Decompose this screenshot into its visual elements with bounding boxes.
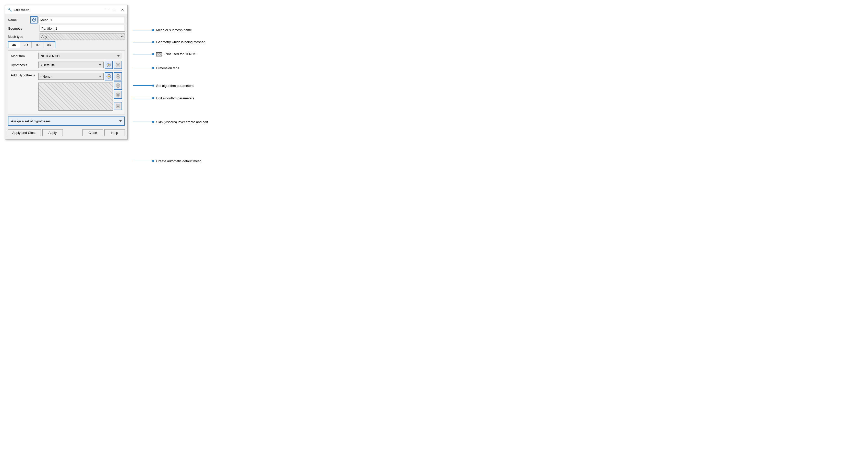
annotation-line-6	[133, 98, 153, 98]
create-hypothesis-icon	[106, 62, 111, 67]
annotation-text-1: Mesh or submesh name	[156, 28, 192, 32]
tab-0d[interactable]: 0D	[43, 42, 55, 48]
algorithm-dropdown[interactable]: NETGEN 3D	[38, 53, 122, 59]
tab-2d[interactable]: 2D	[20, 42, 32, 48]
divider-1	[11, 70, 122, 71]
annotation-dot-5	[152, 85, 154, 87]
name-field-group	[30, 16, 125, 24]
annotation-dot-4	[152, 67, 154, 69]
annotation-geometry: Geometry which is being meshed	[133, 40, 863, 44]
hypothesis-label: Hypothesis	[11, 63, 36, 67]
geometry-label: Geometry	[8, 27, 28, 30]
annotation-line-7	[133, 122, 153, 122]
svg-point-8	[108, 76, 110, 77]
geometry-input[interactable]	[39, 25, 125, 32]
algorithm-arrow-icon	[117, 55, 120, 57]
apply-button[interactable]: Apply	[42, 129, 63, 136]
svg-point-0	[33, 20, 34, 21]
page-container: 🔧 Edit mesh — □ ✕ Name	[5, 5, 863, 168]
add-hypothesis-dropdown[interactable]: <None>	[38, 73, 104, 80]
annotation-text-7: Skin (viscous) layer create and edit	[156, 120, 208, 124]
mesh-type-field-group: Any	[30, 33, 125, 40]
edit-hypothesis-icon	[115, 62, 121, 67]
annotation-auto-mesh: Create automatic default mesh	[133, 159, 863, 163]
annotation-line-3	[133, 54, 153, 54]
hypothesis-edit-button[interactable]	[114, 61, 122, 69]
geometry-row: Geometry	[8, 25, 125, 32]
close-button[interactable]: Close	[83, 129, 103, 136]
title-bar: 🔧 Edit mesh — □ ✕	[5, 5, 127, 14]
mesh-type-label: Mesh type	[8, 35, 28, 38]
tab-3d[interactable]: 3D	[8, 42, 20, 48]
close-window-button[interactable]: ✕	[120, 7, 125, 12]
svg-point-6	[118, 64, 119, 66]
hatch-action-btn-2	[114, 91, 122, 99]
disabled-icon-1	[115, 83, 121, 88]
geometry-field-group	[30, 25, 125, 32]
hatch-action-btn-3	[114, 102, 122, 110]
svg-point-10	[118, 76, 119, 77]
dialog-window: 🔧 Edit mesh — □ ✕ Name	[5, 5, 128, 140]
add-hypothesis-row: Add. Hypothesis <None>	[11, 72, 122, 111]
algorithm-label: Algorithm	[11, 54, 36, 58]
annotation-line-5	[133, 85, 153, 86]
mesh-icon: 🔧	[7, 7, 12, 12]
mesh-name-input[interactable]	[38, 17, 125, 23]
annotation-line-4	[133, 68, 153, 68]
annotation-text-5: Set algorithm parameters	[156, 84, 193, 88]
window-title: Edit mesh	[13, 8, 103, 12]
disabled-icon-2	[115, 92, 121, 97]
name-icon-button[interactable]	[30, 16, 37, 24]
assign-arrow-icon	[119, 120, 122, 122]
help-button[interactable]: Help	[104, 129, 125, 136]
mesh-type-dropdown[interactable]: Any	[39, 33, 125, 40]
assign-hypotheses-label: Assign a set of hypotheses	[11, 119, 51, 123]
hypothesis-dropdown[interactable]: <Default>	[38, 62, 104, 68]
add-hypothesis-value: <None>	[40, 75, 52, 79]
create-add-hypothesis-icon	[106, 74, 111, 79]
hatch-area	[38, 83, 113, 111]
annotation-text-8: Create automatic default mesh	[156, 159, 202, 163]
dialog-content: Name Geometry	[5, 14, 127, 139]
maximize-button[interactable]: □	[112, 7, 118, 12]
annotation-edit-algo: Edit algorithm parameters	[133, 96, 863, 100]
tab-1d[interactable]: 1D	[32, 42, 43, 48]
hypothesis-create-button[interactable]	[105, 61, 113, 69]
annotation-text-4: Dimension tabs	[156, 66, 179, 70]
annotations-container: Mesh or submesh name Geometry which is b…	[128, 5, 863, 168]
annotation-dot-7	[152, 121, 154, 123]
hypothesis-arrow-icon	[99, 64, 101, 66]
annotation-mesh-name: Mesh or submesh name	[133, 28, 863, 32]
add-hypothesis-edit-button[interactable]	[114, 72, 122, 81]
refresh-icon	[32, 18, 36, 22]
annotation-dot-6	[152, 97, 154, 99]
bottom-buttons: Apply and Close Apply Close Help	[8, 128, 125, 137]
annotation-text-3: - Not used for CENOS	[156, 52, 196, 56]
annotation-dot-3	[152, 53, 154, 55]
annotation-text-2: Geometry which is being meshed	[156, 40, 205, 44]
hatch-icon	[156, 52, 162, 56]
mesh-type-value: Any	[41, 35, 47, 38]
edit-add-hypothesis-icon	[115, 74, 121, 79]
title-bar-controls: — □ ✕	[104, 7, 125, 12]
apply-and-close-button[interactable]: Apply and Close	[8, 129, 41, 136]
svg-point-2	[108, 64, 110, 66]
add-hypothesis-arrow-icon	[99, 76, 101, 77]
annotation-line-2	[133, 42, 153, 42]
annotation-line-8	[133, 161, 153, 161]
hatch-action-btn-1	[114, 82, 122, 90]
algorithm-row: Algorithm NETGEN 3D	[11, 53, 122, 59]
annotation-skin-layer: Skin (viscous) layer create and edit	[133, 120, 863, 124]
annotation-dot-8	[152, 160, 154, 162]
params-section: Algorithm NETGEN 3D Hypothesis <Default>	[8, 50, 125, 114]
assign-hypotheses-button[interactable]: Assign a set of hypotheses	[8, 117, 124, 125]
svg-point-13	[116, 104, 120, 108]
add-hypothesis-create-button[interactable]	[105, 72, 113, 81]
disabled-icon-3	[115, 104, 121, 109]
hypothesis-value: <Default>	[40, 63, 55, 67]
hypothesis-row: Hypothesis <Default>	[11, 61, 122, 69]
annotation-text-6: Edit algorithm parameters	[156, 96, 194, 100]
assign-hypotheses-container: Assign a set of hypotheses	[8, 116, 125, 126]
annotation-set-algo: Set algorithm parameters	[133, 84, 863, 88]
minimize-button[interactable]: —	[104, 7, 110, 12]
